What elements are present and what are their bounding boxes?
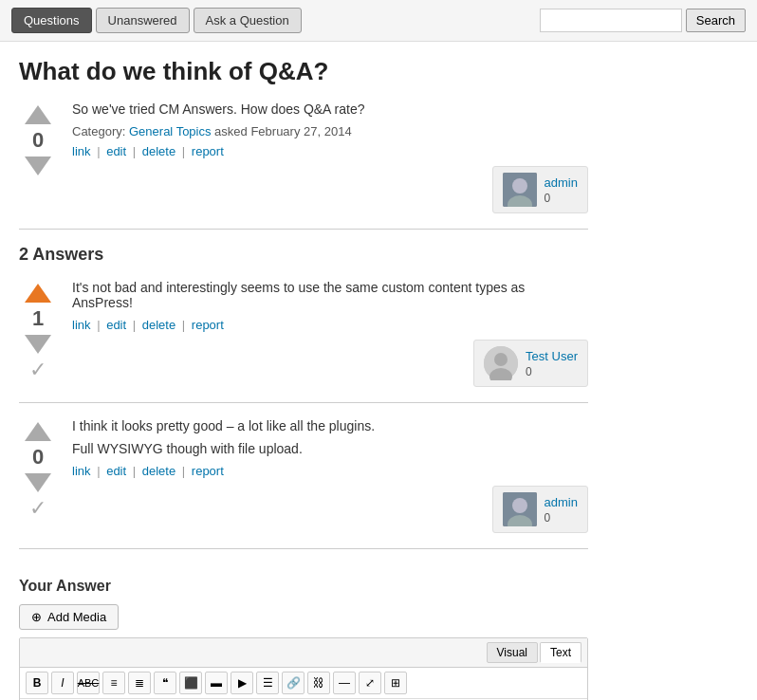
question-meta: Category: General Topics asked February …: [72, 124, 588, 138]
more-button[interactable]: —: [333, 672, 356, 694]
question-user-avatar: [503, 173, 537, 207]
tab-text[interactable]: Text: [540, 642, 582, 663]
question-vote-down-icon[interactable]: [25, 157, 51, 175]
align-left-button[interactable]: ⬛: [179, 672, 202, 694]
question-text: So we've tried CM Answers. How does Q&A …: [72, 101, 588, 117]
answer-2-text1: I think it looks pretty good – a lot lik…: [72, 418, 588, 433]
answer-1-username[interactable]: Test User: [526, 349, 578, 363]
answer-1-content: It's not bad and interestingly seems to …: [72, 280, 588, 387]
bold-button[interactable]: B: [26, 672, 48, 694]
answer-1-link[interactable]: link: [72, 318, 91, 332]
question-vote-col: 0: [19, 101, 57, 175]
answer-1-action-links: link | edit | delete | report: [72, 318, 588, 332]
question-vote-count: 0: [32, 128, 44, 153]
answer-2-footer: admin 0: [72, 486, 588, 533]
align-center-button[interactable]: ▬: [205, 672, 228, 694]
question-block: 0 So we've tried CM Answers. How does Q&…: [19, 101, 588, 230]
question-user-card: admin 0: [492, 166, 588, 213]
question-user-info: admin 0: [545, 175, 578, 205]
editor-toolbar-row1: B I ABC ≡ ≣ ❝ ⬛ ▬ ▶ ☰ 🔗 ⛓ — ⤢ ⊞: [20, 668, 587, 699]
answer-1-delete[interactable]: delete: [142, 318, 175, 332]
question-edit[interactable]: edit: [106, 144, 126, 158]
answer-2-action-links: link | edit | delete | report: [72, 464, 588, 478]
add-media-icon: ⊕: [31, 610, 42, 624]
fullscreen-button[interactable]: ⤢: [359, 672, 381, 694]
sep-a2-3: |: [182, 464, 185, 478]
answer-1-vote-col: 1 ✓: [19, 280, 57, 380]
add-media-button[interactable]: ⊕ Add Media: [19, 604, 119, 630]
question-report[interactable]: report: [192, 144, 224, 158]
question-vote-row: 0 So we've tried CM Answers. How does Q&…: [19, 101, 588, 213]
answer-1-vote-down-icon[interactable]: [25, 335, 51, 354]
answer-2-user-score: 0: [545, 511, 551, 525]
sep-a2-1: |: [97, 464, 100, 478]
answer-1-user-info: Test User 0: [526, 349, 578, 378]
answer-2-user-avatar: [503, 492, 537, 526]
sep-a2-2: |: [133, 464, 136, 478]
answer-1-report[interactable]: report: [192, 318, 224, 332]
answer-2-delete[interactable]: delete: [142, 464, 175, 478]
strikethrough-button[interactable]: ABC: [77, 672, 100, 694]
question-vote-up-icon[interactable]: [25, 105, 51, 124]
answer-1-vote-up-icon[interactable]: [25, 284, 51, 303]
editor-tabs: Visual Text: [20, 638, 587, 668]
answer-2-user-card: admin 0: [492, 486, 588, 533]
answer-1-footer: Test User 0: [72, 340, 588, 387]
answer-1-text: It's not bad and interestingly seems to …: [72, 280, 588, 310]
answer-2-link[interactable]: link: [72, 464, 91, 478]
answer-2-edit[interactable]: edit: [106, 464, 126, 478]
answer-2-content: I think it looks pretty good – a lot lik…: [72, 418, 588, 533]
blockquote-button[interactable]: ❝: [154, 672, 176, 694]
sep-a1-2: |: [133, 318, 136, 332]
answer-2-block: 0 ✓ I think it looks pretty good – a lot…: [19, 418, 588, 549]
search-input[interactable]: [540, 9, 682, 32]
sep1: |: [97, 144, 100, 158]
answer-2-vote-down-icon[interactable]: [25, 473, 51, 492]
sep3: |: [182, 144, 185, 158]
answers-heading: 2 Answers: [19, 245, 588, 265]
answer-2-user-info: admin 0: [545, 495, 578, 525]
category-link[interactable]: General Topics: [129, 124, 211, 138]
unlink-button[interactable]: ⛓: [307, 672, 330, 694]
answer-2-vote-col: 0 ✓: [19, 418, 57, 519]
unanswered-nav-button[interactable]: Unanswered: [96, 8, 190, 33]
question-delete[interactable]: delete: [142, 144, 175, 158]
answer-2-text2: Full WYSIWYG though with file upload.: [72, 441, 588, 456]
your-answer-label: Your Answer: [19, 578, 588, 595]
answer-1-user-card: Test User 0: [473, 340, 588, 387]
link-button[interactable]: 🔗: [282, 672, 305, 694]
answer-1-user-score: 0: [526, 365, 532, 378]
questions-nav-button[interactable]: Questions: [11, 8, 92, 33]
top-navigation: Questions Unanswered Ask a Question Sear…: [0, 0, 757, 42]
question-user-score: 0: [545, 192, 551, 205]
editor-container: Visual Text B I ABC ≡ ≣ ❝ ⬛ ▬ ▶ ☰ 🔗 ⛓ — …: [19, 637, 588, 700]
answer-2-vote-row: 0 ✓ I think it looks pretty good – a lot…: [19, 418, 588, 533]
answer-2-username[interactable]: admin: [545, 495, 578, 509]
ordered-list-button[interactable]: ≣: [128, 672, 151, 694]
unordered-list-button[interactable]: ≡: [102, 672, 125, 694]
search-area: Search: [540, 9, 746, 32]
answer-1-user-avatar: [484, 346, 518, 380]
align-right-button[interactable]: ▶: [231, 672, 253, 694]
table-button[interactable]: ⊞: [384, 672, 407, 694]
svg-point-4: [494, 353, 508, 366]
answer-2-accept-icon[interactable]: ✓: [29, 498, 46, 519]
question-asked-date: asked February 27, 2014: [214, 124, 352, 138]
ask-question-nav-button[interactable]: Ask a Question: [194, 8, 302, 33]
question-link[interactable]: link: [72, 144, 91, 158]
sep2: |: [133, 144, 136, 158]
tab-visual[interactable]: Visual: [487, 642, 538, 663]
question-action-links: link | edit | delete | report: [72, 144, 588, 158]
answer-1-vote-count: 1: [32, 306, 44, 331]
answer-2-vote-up-icon[interactable]: [25, 422, 51, 441]
answer-1-accept-icon[interactable]: ✓: [29, 359, 46, 380]
search-button[interactable]: Search: [686, 9, 746, 32]
question-username[interactable]: admin: [545, 175, 578, 190]
your-answer-section: Your Answer ⊕ Add Media Visual Text B I …: [19, 568, 588, 700]
italic-button[interactable]: I: [51, 672, 74, 694]
align-justify-button[interactable]: ☰: [256, 672, 279, 694]
answer-1-edit[interactable]: edit: [106, 318, 126, 332]
question-footer: admin 0: [72, 166, 588, 213]
answer-1-vote-row: 1 ✓ It's not bad and interestingly seems…: [19, 280, 588, 387]
answer-2-report[interactable]: report: [192, 464, 224, 478]
